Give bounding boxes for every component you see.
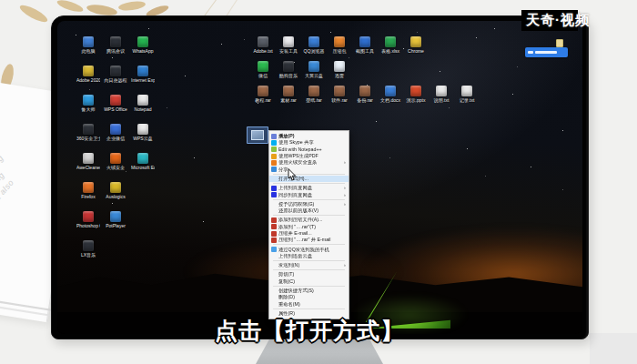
menu-item-icon — [271, 247, 277, 252]
icon-label: 文档.docx — [379, 97, 402, 103]
menu-item-icon — [271, 238, 277, 243]
app-icon — [83, 36, 94, 47]
desktop-icon[interactable]: 天翼云盘 — [302, 61, 326, 78]
desktop-icon[interactable]: LX音乐 — [76, 240, 100, 258]
menu-item[interactable]: 播放(P) — [269, 133, 349, 139]
app-icon — [110, 124, 121, 135]
menu-item[interactable]: 同步到百度网盘› — [269, 191, 349, 197]
desktop-icon[interactable]: AweCleaner — [76, 153, 100, 170]
menu-item[interactable]: 使用WPS生成PDF — [269, 153, 349, 159]
menu-item[interactable]: 使用 Skype 共享 — [269, 139, 349, 146]
desktop-icon[interactable]: Chrome — [404, 36, 428, 54]
menu-item[interactable]: 还原以前的版本(V) — [269, 207, 349, 214]
desktop-icon[interactable]: Internet Explorer — [131, 66, 155, 83]
desktop-icon[interactable]: 酷狗音乐 — [277, 61, 300, 78]
menu-item[interactable]: 上传到百度网盘› — [269, 185, 349, 191]
desktop-icon[interactable]: 素材.rar — [277, 86, 300, 103]
menu-item-label: 剪切(T) — [278, 272, 338, 278]
desktop-icon[interactable]: Adobe 2020 — [76, 66, 100, 83]
stars — [57, 21, 58, 22]
menu-item-icon — [271, 224, 277, 229]
menu-item[interactable]: 发送到(N)› — [269, 262, 349, 268]
menu-item[interactable]: 复制(C) — [269, 278, 349, 285]
desktop-icon[interactable]: 腾讯会议 — [104, 36, 127, 54]
icon-label: 教程.rar — [251, 97, 275, 103]
menu-item[interactable]: 上传到迅雷云盘 — [269, 253, 349, 259]
desktop-icon[interactable]: 软件.rar — [328, 86, 351, 103]
desktop-icon[interactable]: WPS云盘 — [131, 124, 155, 141]
desktop-icon[interactable]: 壁纸.rar — [302, 86, 326, 103]
menu-item-label: 上传到百度网盘 — [278, 186, 336, 191]
desktop-icon[interactable]: 360安全卫士 — [76, 124, 100, 141]
menu-item-label: 重命名(M) — [278, 301, 338, 307]
desktop-icon[interactable]: PotPlayer — [104, 211, 127, 228]
menu-separator — [273, 174, 345, 175]
menu-item[interactable]: 授予访问权限(G)› — [269, 201, 349, 207]
menu-item[interactable]: Edit with Notepad++ — [269, 147, 349, 153]
menu-item[interactable]: 重命名(M) — [269, 301, 349, 308]
submenu-arrow-icon: › — [344, 160, 346, 166]
desktop-icon[interactable]: 表格.xlsx — [379, 36, 402, 54]
desktop-icon[interactable]: 鲁大师 — [76, 95, 100, 112]
menu-item-icon — [271, 160, 277, 166]
menu-separator — [273, 286, 345, 287]
menu-item-icon-empty — [271, 288, 277, 294]
desktop-icon[interactable]: 记录.txt — [455, 86, 479, 103]
icon-label: PotPlayer — [104, 223, 127, 228]
desktop-icon[interactable]: Auslogics — [104, 182, 127, 199]
desktop-icon[interactable]: 微信 — [251, 61, 275, 78]
desktop-icon[interactable]: 此电脑 — [76, 36, 100, 54]
menu-item-label: 删除(D) — [278, 295, 338, 300]
desktop-icon[interactable]: Notepad — [131, 95, 155, 112]
menu-item[interactable]: 删除(D) — [269, 294, 349, 300]
desktop-icon[interactable]: 火绒安全 — [104, 153, 127, 170]
desktop-icon[interactable]: Photoshop 6 — [76, 211, 100, 228]
desktop-icon[interactable]: Firefox — [76, 182, 100, 199]
menu-item[interactable]: 分享 — [269, 166, 349, 172]
desktop-icon[interactable]: 演示.pptx — [404, 86, 428, 103]
desktop-icon[interactable]: 文档.docx — [379, 86, 402, 103]
menu-item[interactable]: 打开方式(H)... — [269, 176, 349, 182]
desktop-icon[interactable]: Adobe.txt — [251, 36, 275, 54]
menu-item-label: 使用WPS生成PDF — [278, 153, 338, 158]
app-icon — [137, 95, 148, 106]
desktop-icon[interactable]: QQ浏览器 — [302, 36, 326, 54]
menu-item-label: 添加到压缩文件(A)... — [278, 217, 338, 223]
notification-toast[interactable] — [525, 47, 568, 57]
menu-item[interactable]: 创建快捷方式(S) — [269, 288, 349, 294]
app-icon — [110, 211, 121, 222]
menu-item[interactable]: 压缩并 E-mail... — [269, 230, 349, 237]
desktop-icon[interactable]: 截图工具 — [353, 36, 377, 54]
menu-item-label: 使用火绒安全查杀 — [278, 160, 336, 166]
icon-label: 安装工具 — [277, 48, 300, 54]
menu-item[interactable]: 使用火绒安全查杀› — [269, 159, 349, 166]
app-icon — [283, 36, 294, 47]
menu-item[interactable]: 添加到 "….rar"(T) — [269, 224, 349, 230]
desktop-icon[interactable]: 教程.rar — [251, 86, 275, 103]
desktop-icon[interactable]: Microsoft Edge — [131, 153, 155, 170]
icon-label: Microsoft Edge — [131, 165, 155, 170]
desktop-icon[interactable]: 向日葵远程 — [104, 66, 127, 83]
menu-item[interactable]: 压缩到 "….rar" 并 E-mail — [269, 237, 349, 243]
app-icon — [308, 61, 319, 72]
app-icon — [410, 86, 421, 96]
selected-file-icon[interactable] — [247, 126, 268, 144]
desktop-icon[interactable]: 压缩包 — [328, 36, 351, 54]
desktop-icon[interactable]: 备份.rar — [353, 86, 377, 103]
menu-item[interactable]: 剪切(T) — [269, 271, 349, 278]
app-icon — [385, 36, 396, 47]
menu-item-icon — [271, 217, 277, 223]
icon-label: Firefox — [76, 194, 100, 199]
menu-item[interactable]: 添加到压缩文件(A)... — [269, 217, 349, 223]
desktop-icon[interactable]: WPS Office — [104, 95, 127, 112]
icon-label: 企业微信 — [104, 136, 127, 141]
desktop-icon[interactable]: 安装工具 — [277, 36, 300, 54]
stars-dim — [57, 21, 58, 22]
desktop-icon[interactable]: 说明.txt — [430, 86, 453, 103]
menu-item[interactable]: 通过QQ发送到我的手机 — [269, 246, 349, 252]
desktop-icon[interactable]: 企业微信 — [104, 124, 127, 141]
menu-item-icon-empty — [271, 272, 277, 278]
app-icon — [258, 61, 268, 72]
desktop-icon[interactable]: WhatsApp — [131, 36, 155, 54]
desktop-icon[interactable]: 迅雷 — [328, 61, 351, 78]
